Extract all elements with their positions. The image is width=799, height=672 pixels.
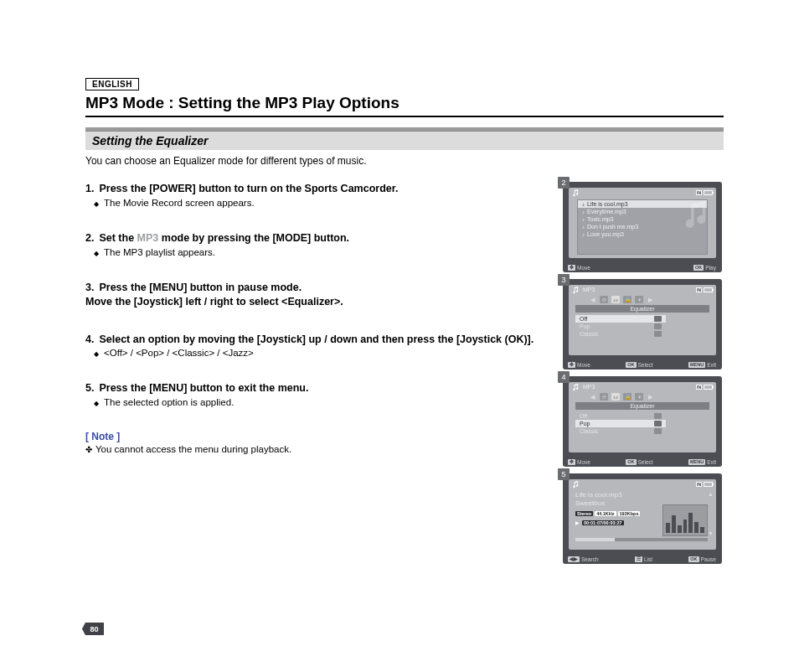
in-badge: IN [696,385,702,390]
in-badge: IN [696,287,702,292]
step-1-sub: The Movie Record screen appears. [85,198,548,208]
footer-search: ◀▶Search [568,556,599,562]
progress-bar [575,538,708,541]
screenshot-2: 2 IN ♪Life is cool.mp3 ♪Everyti [563,182,724,272]
menu-category-icons: ◀ ⟳♪♪🔒☀ ▶ [575,392,709,401]
note-text: You cannot access the menu during playba… [85,444,548,454]
equalizer-tab-icon: ♪♪ [611,296,620,303]
screenshot-5-number: 5 [558,468,570,480]
battery-icon [704,190,713,195]
now-playing-info: Life is cool.mp3 Sweetbox [575,491,622,508]
screenshot-2-number: 2 [558,177,570,189]
screenshot-4-number: 4 [558,371,570,383]
option-pop: Pop [575,323,666,330]
play-icon: ▶ [575,520,580,525]
option-list: Off Pop Classic [575,315,666,338]
playlist-row: ♪Love you.mp3 [578,230,707,238]
intro-text: You can choose an Equalizer mode for dif… [85,155,724,167]
step-5-sub: The selected option is applied. [85,397,548,407]
big-music-note-icon [683,201,711,230]
option-classic: Classic [575,427,666,435]
step-1: Press the [POWER] button to turn on the … [85,182,548,208]
screenshot-5: 5 IN Life is cool.mp3 Sweetbox Stereo 44… [563,473,724,564]
instructions-column: Press the [POWER] button to turn on the … [85,182,548,564]
screenshot-4: 4 MP3 IN ◀ ⟳♪♪🔒☀ ▶ Equalizer Off [563,376,724,467]
note-heading: [ Note ] [85,431,548,442]
footer-exit: MENUExit [688,459,716,465]
in-badge: IN [696,482,702,487]
battery-icon [704,287,713,292]
footer-exit: MENUExit [688,362,716,368]
battery-icon [704,482,713,487]
option-off: Off [575,412,666,420]
footer-list: ☰List [635,556,652,562]
option-pop: Pop [575,420,666,427]
footer-move: ✥Move [568,459,590,465]
page-number-badge: 80 [82,623,104,635]
language-badge: ENGLISH [85,78,139,90]
screenshots-column: 2 IN ♪Life is cool.mp3 ♪Everyti [563,182,724,564]
battery-icon [704,385,713,390]
step-5: Press the [MENU] button to exit the menu… [85,381,548,407]
music-note-icon [572,287,580,294]
menu-title: Equalizer [575,402,709,410]
section-subtitle: Setting the Equalizer [85,131,724,150]
equalizer-visual [662,504,708,536]
option-off: Off [575,315,666,323]
footer-play: OKPlay [693,265,716,271]
menu-category-icons: ◀ ⟳♪♪🔒☀ ▶ [575,295,709,304]
play-time: ▶ 00:01:07/00:03:27 [575,520,624,525]
mp3-mode-label: MP3 [583,287,595,292]
equalizer-tab-icon: ♪♪ [611,393,620,401]
footer-select: OKSelect [626,362,652,368]
step-2-sub: The MP3 playlist appears. [85,247,548,257]
screenshot-3-number: 3 [558,274,570,286]
step-4-sub: <Off> / <Pop> / <Classic> / <Jazz> [85,348,548,358]
music-note-icon [572,189,580,197]
option-classic: Classic [575,330,666,338]
kbps-badge: 192Kbps [618,511,641,516]
page-title: MP3 Mode : Setting the MP3 Play Options [85,94,724,117]
footer-select: OKSelect [626,459,652,465]
step-4: Select an option by moving the [Joystick… [85,333,548,359]
screenshot-3: 3 MP3 IN ◀ ⟳♪♪🔒☀ ▶ Equalizer Off [563,279,724,370]
nav-arrows: ▲▼ [708,491,714,536]
footer-pause: OKPause [688,556,716,562]
footer-move: ✥Move [568,362,590,368]
in-badge: IN [696,190,702,195]
music-note-icon [572,481,580,488]
mp3-mode-label: MP3 [583,384,595,390]
music-note-icon [572,384,580,391]
option-list: Off Pop Classic [575,412,666,435]
stereo-badge: Stereo [575,511,593,516]
audio-badges: Stereo 44.1KHz 192Kbps [575,511,640,516]
step-3: Press the [MENU] button in pause mode. M… [85,281,548,309]
step-2: Set the MP3 mode by pressing the [MODE] … [85,231,548,257]
footer-move: ✥Move [568,265,590,271]
menu-title: Equalizer [575,305,709,313]
khz-badge: 44.1KHz [595,511,616,516]
time-badge: 00:01:07/00:03:27 [582,520,624,525]
